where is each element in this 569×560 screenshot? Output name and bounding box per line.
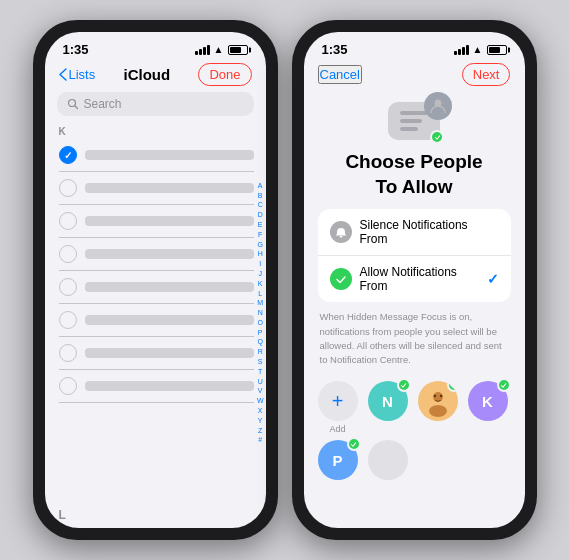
contact-radio[interactable] bbox=[59, 179, 77, 197]
person-avatar-p[interactable]: P bbox=[318, 440, 358, 480]
alphabet-index[interactable]: A B C D E F G H I J K L M N O P Q R S T bbox=[257, 122, 264, 504]
person-avatar-k[interactable]: K bbox=[468, 381, 508, 421]
silence-icon bbox=[330, 221, 352, 243]
contact-radio[interactable] bbox=[59, 212, 77, 230]
allow-label: Allow Notifications From bbox=[360, 265, 479, 293]
contact-row[interactable] bbox=[59, 271, 254, 304]
choose-title: Choose People To Allow bbox=[304, 144, 525, 209]
allow-icon bbox=[330, 268, 352, 290]
left-status-icons: ▲ bbox=[195, 44, 247, 55]
search-placeholder: Search bbox=[84, 97, 122, 111]
contact-radio[interactable] bbox=[59, 278, 77, 296]
left-status-bar: 1:35 ▲ bbox=[45, 32, 266, 61]
contact-name-bar bbox=[85, 216, 254, 226]
allow-checkmark: ✓ bbox=[487, 271, 499, 287]
contact-radio[interactable] bbox=[59, 311, 77, 329]
avatar-circle-k: K bbox=[468, 381, 508, 421]
right-phone: 1:35 ▲ Cancel Next bbox=[292, 20, 537, 540]
options-card: Silence Notifications From Allow Notific… bbox=[318, 209, 511, 302]
right-status-icons: ▲ bbox=[454, 44, 506, 55]
add-person-avatar[interactable]: + Add bbox=[318, 381, 358, 434]
next-button[interactable]: Next bbox=[462, 63, 511, 86]
add-label: Add bbox=[329, 424, 345, 434]
battery-icon bbox=[228, 45, 248, 55]
right-status-bar: 1:35 ▲ bbox=[304, 32, 525, 61]
avatar-circle-face bbox=[418, 381, 458, 421]
contact-name-bar bbox=[85, 282, 254, 292]
contact-name-bar bbox=[85, 150, 254, 160]
right-status-time: 1:35 bbox=[322, 42, 348, 57]
contact-name-bar bbox=[85, 249, 254, 259]
avatar-circle-p: P bbox=[318, 440, 358, 480]
svg-point-6 bbox=[433, 395, 435, 397]
contact-row[interactable] bbox=[59, 304, 254, 337]
search-icon bbox=[67, 98, 79, 110]
svg-point-7 bbox=[439, 395, 441, 397]
contact-radio[interactable] bbox=[59, 245, 77, 263]
contact-row[interactable] bbox=[59, 238, 254, 271]
people-row-1: + Add N bbox=[304, 377, 525, 440]
avatar-check-p bbox=[347, 437, 361, 451]
right-nav-bar: Cancel Next bbox=[304, 61, 525, 92]
signal-icon bbox=[195, 45, 210, 55]
contact-row[interactable] bbox=[59, 205, 254, 238]
focus-icon-area bbox=[304, 92, 525, 144]
done-button[interactable]: Done bbox=[198, 63, 251, 86]
people-row-2: P bbox=[304, 440, 525, 488]
left-phone: 1:35 ▲ Lists i bbox=[33, 20, 278, 540]
svg-line-1 bbox=[74, 106, 77, 109]
info-text: When Hidden Message Focus is on, notific… bbox=[304, 310, 525, 377]
contact-row[interactable] bbox=[59, 337, 254, 370]
contact-radio[interactable] bbox=[59, 344, 77, 362]
person-avatar-face[interactable] bbox=[418, 381, 458, 421]
contacts-list: K ✓ bbox=[45, 122, 266, 504]
add-circle[interactable]: + bbox=[318, 381, 358, 421]
contact-name-bar bbox=[85, 381, 254, 391]
signal-icon bbox=[454, 45, 469, 55]
contact-name-bar bbox=[85, 183, 254, 193]
contact-name-bar bbox=[85, 348, 254, 358]
silence-label: Silence Notifications From bbox=[360, 218, 499, 246]
wifi-icon: ▲ bbox=[473, 44, 483, 55]
right-screen: 1:35 ▲ Cancel Next bbox=[304, 32, 525, 528]
focus-icon-lines bbox=[400, 111, 428, 131]
avatar-check-n bbox=[397, 378, 411, 392]
focus-person-circle bbox=[424, 92, 452, 120]
svg-point-5 bbox=[429, 405, 447, 417]
green-check-icon bbox=[430, 130, 444, 144]
left-nav-bar: Lists iCloud Done bbox=[45, 61, 266, 92]
left-status-time: 1:35 bbox=[63, 42, 89, 57]
contact-row[interactable] bbox=[59, 370, 254, 403]
cancel-button[interactable]: Cancel bbox=[318, 65, 362, 84]
section-k-label: K bbox=[59, 122, 266, 139]
option-allow-row[interactable]: Allow Notifications From ✓ bbox=[318, 255, 511, 302]
back-label: Lists bbox=[69, 67, 96, 82]
wifi-icon: ▲ bbox=[214, 44, 224, 55]
person-avatar-n[interactable]: N bbox=[368, 381, 408, 421]
option-silence-row[interactable]: Silence Notifications From bbox=[318, 209, 511, 255]
avatar-check-face bbox=[447, 381, 458, 392]
left-screen: 1:35 ▲ Lists i bbox=[45, 32, 266, 528]
search-bar[interactable]: Search bbox=[57, 92, 254, 116]
contact-name-bar bbox=[85, 315, 254, 325]
contact-radio-selected[interactable]: ✓ bbox=[59, 146, 77, 164]
contact-radio[interactable] bbox=[59, 377, 77, 395]
ghost-circle bbox=[368, 440, 408, 480]
bottom-section-letter: L bbox=[45, 504, 266, 528]
contact-row[interactable]: ✓ bbox=[59, 139, 254, 172]
left-nav-title: iCloud bbox=[124, 66, 171, 83]
contact-row[interactable] bbox=[59, 172, 254, 205]
avatar-check-k bbox=[497, 378, 511, 392]
back-button[interactable]: Lists bbox=[59, 67, 96, 82]
avatar-circle-n: N bbox=[368, 381, 408, 421]
battery-icon bbox=[487, 45, 507, 55]
